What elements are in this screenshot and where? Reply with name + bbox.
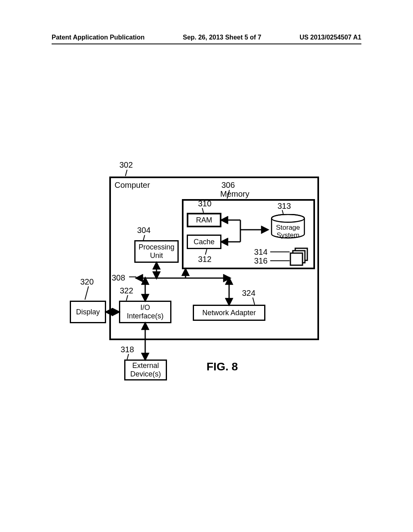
external-devices-block: External Device(s) — [124, 360, 167, 380]
ref-313: 313 — [277, 202, 291, 211]
external-devices-label: External Device(s) — [130, 362, 161, 378]
ref-302: 302 — [119, 160, 133, 170]
ref-304: 304 — [137, 226, 150, 235]
network-adapter-label: Network Adapter — [202, 309, 256, 317]
figure-label: FIG. 8 — [206, 360, 238, 373]
ref-324: 324 — [242, 289, 255, 298]
ref-310: 310 — [198, 199, 211, 208]
ref-314: 314 — [254, 247, 267, 257]
io-interfaces-label: I/O Interface(s) — [127, 303, 163, 320]
ref-320: 320 — [80, 277, 94, 287]
display-label: Display — [76, 308, 100, 316]
memory-label: Memory — [220, 189, 249, 199]
ref-306: 306 — [221, 181, 235, 190]
tick-320 — [85, 286, 89, 299]
tick-316 — [270, 260, 290, 261]
processing-unit-label: Processing Unit — [138, 243, 174, 260]
computer-label: Computer — [115, 181, 150, 190]
ref-312: 312 — [198, 255, 211, 264]
processing-unit-block: Processing Unit — [134, 240, 179, 263]
ref-318: 318 — [121, 345, 134, 354]
network-adapter-block: Network Adapter — [193, 305, 265, 321]
ref-308: 308 — [112, 273, 125, 283]
ram-block: RAM — [187, 213, 221, 227]
ram-label: RAM — [196, 216, 212, 224]
cache-block: Cache — [187, 235, 221, 249]
ref-316: 316 — [254, 256, 267, 266]
tick-302 — [125, 170, 127, 176]
cache-label: Cache — [194, 238, 215, 246]
tick-314 — [270, 251, 290, 252]
tick-308 — [129, 276, 136, 277]
io-interfaces-block: I/O Interface(s) — [119, 301, 171, 323]
svg-rect-4 — [290, 253, 302, 265]
display-block: Display — [70, 301, 106, 323]
diagram-canvas: Computer Memory RAM Cache Processing Uni… — [0, 0, 413, 532]
documents-icon — [290, 247, 310, 266]
storage-system-label: Storage System — [273, 224, 302, 239]
tick-318 — [127, 354, 129, 360]
ref-322: 322 — [120, 286, 133, 295]
